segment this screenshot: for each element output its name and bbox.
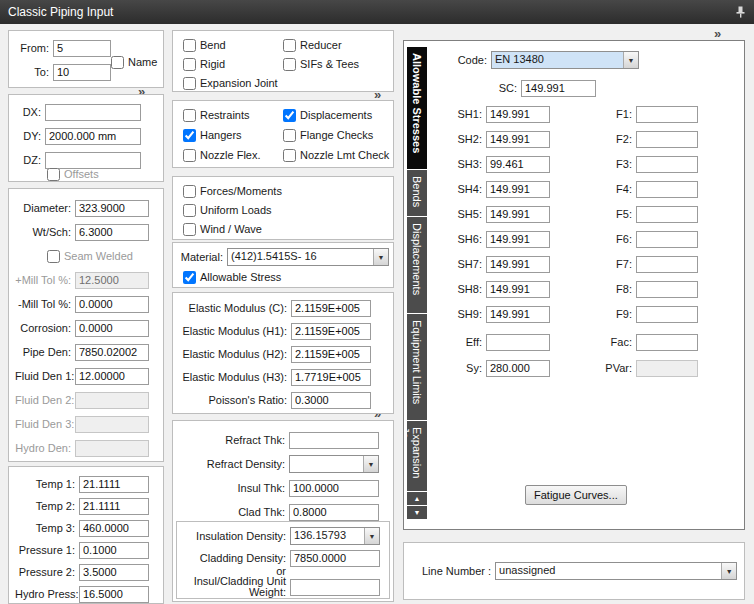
f9-input[interactable] [636, 306, 698, 323]
elastic-c-input[interactable] [291, 300, 371, 317]
restraints-checkbox[interactable]: Restraints [183, 108, 250, 122]
from-input[interactable] [53, 40, 111, 57]
nozzle-lmt-check-checkbox-input[interactable] [283, 149, 296, 162]
cladding-density-input[interactable] [290, 550, 380, 567]
seam-welded-checkbox[interactable]: Seam Welded [47, 249, 133, 263]
refract-thk-input[interactable] [289, 432, 379, 449]
tab-allowable-stresses[interactable]: Allowable Stresses [407, 47, 427, 169]
temp3-input[interactable] [79, 520, 149, 537]
pin-icon[interactable] [735, 6, 746, 18]
hydro-den-input[interactable] [75, 440, 149, 457]
line-number-combo[interactable]: unassigned ▼ [495, 562, 737, 580]
f6-input[interactable] [636, 231, 698, 248]
to-input[interactable] [53, 64, 111, 81]
expander-icon[interactable]: » [714, 29, 720, 39]
wind-wave-checkbox-input[interactable] [183, 223, 196, 236]
code-combo[interactable]: EN 13480 ▼ [491, 51, 639, 69]
hangers-checkbox[interactable]: Hangers [183, 128, 242, 142]
wtsch-input[interactable] [75, 224, 149, 241]
forces-moments-checkbox[interactable]: Forces/Moments [183, 184, 282, 198]
sh3-input[interactable] [486, 156, 550, 173]
sifs-tees-checkbox[interactable]: SIFs & Tees [283, 57, 359, 71]
fluid-den2-input[interactable] [75, 392, 149, 409]
rigid-checkbox-input[interactable] [183, 58, 196, 71]
dropdown-arrow-icon[interactable]: ▼ [364, 528, 379, 544]
temp2-input[interactable] [79, 498, 149, 515]
sh8-input[interactable] [486, 281, 550, 298]
eff-input[interactable] [486, 334, 550, 351]
nozzle-flex-checkbox[interactable]: Nozzle Flex. [183, 148, 261, 162]
sc-input[interactable] [521, 80, 596, 97]
reducer-checkbox[interactable]: Reducer [283, 38, 342, 52]
sh4-input[interactable] [486, 181, 550, 198]
nozzle-lmt-check-checkbox[interactable]: Nozzle Lmt Check [283, 148, 389, 162]
tab-displacements[interactable]: Displacements [407, 217, 427, 313]
dropdown-arrow-icon[interactable]: ▼ [363, 456, 378, 472]
hydro-press-input[interactable] [79, 586, 149, 603]
material-combo[interactable]: (412)1.5415S- 16 ▼ [227, 248, 389, 266]
name-checkbox[interactable]: Name [111, 55, 157, 69]
offsets-checkbox[interactable]: Offsets [47, 167, 99, 181]
offsets-checkbox-input[interactable] [47, 168, 60, 181]
bend-checkbox-input[interactable] [183, 39, 196, 52]
expansion-joint-checkbox-input[interactable] [183, 77, 196, 90]
elastic-h2-input[interactable] [291, 346, 371, 363]
sh5-input[interactable] [486, 206, 550, 223]
f4-input[interactable] [636, 181, 698, 198]
insulation-density-combo[interactable]: 136.15793 ▼ [290, 527, 380, 545]
fluid-den1-input[interactable] [75, 368, 149, 385]
tab-scroll-down-icon[interactable]: ▼ [407, 506, 427, 519]
dz-input[interactable] [45, 152, 141, 169]
hangers-checkbox-input[interactable] [183, 129, 196, 142]
elastic-h1-input[interactable] [291, 323, 371, 340]
tab-expansion-joints[interactable]: Expansion Jo [407, 421, 427, 491]
wind-wave-checkbox[interactable]: Wind / Wave [183, 222, 262, 236]
name-checkbox-input[interactable] [111, 56, 124, 69]
pvar-input[interactable] [636, 360, 698, 377]
pressure1-input[interactable] [79, 542, 149, 559]
insul-thk-input[interactable] [289, 480, 379, 497]
f7-input[interactable] [636, 256, 698, 273]
sh7-input[interactable] [486, 256, 550, 273]
expansion-joint-checkbox[interactable]: Expansion Joint [183, 76, 278, 90]
diameter-input[interactable] [75, 200, 149, 217]
sh2-input[interactable] [486, 131, 550, 148]
corrosion-input[interactable] [75, 320, 149, 337]
allowable-stress-checkbox-input[interactable] [183, 271, 196, 284]
elastic-h3-input[interactable] [291, 369, 371, 386]
clad-thk-input[interactable] [289, 504, 379, 521]
tab-equipment-limits[interactable]: Equipment Limits [407, 314, 427, 420]
rigid-checkbox[interactable]: Rigid [183, 57, 225, 71]
displacements-checkbox-input[interactable] [283, 109, 296, 122]
fac-input[interactable] [636, 334, 698, 351]
pressure2-input[interactable] [79, 564, 149, 581]
fatigue-curves-button[interactable]: Fatigue Curves... [525, 485, 627, 505]
poissons-ratio-input[interactable] [291, 392, 371, 409]
forces-moments-checkbox-input[interactable] [183, 185, 196, 198]
displacements-checkbox[interactable]: Displacements [283, 108, 372, 122]
sh9-input[interactable] [486, 306, 550, 323]
temp1-input[interactable] [79, 476, 149, 493]
uniform-loads-checkbox-input[interactable] [183, 204, 196, 217]
minus-mill-input[interactable] [75, 296, 149, 313]
nozzle-flex-checkbox-input[interactable] [183, 149, 196, 162]
seam-welded-checkbox-input[interactable] [47, 250, 60, 263]
dropdown-arrow-icon[interactable]: ▼ [373, 249, 388, 265]
sh1-input[interactable] [486, 106, 550, 123]
tab-scroll-up-icon[interactable]: ▲ [407, 492, 427, 505]
dropdown-arrow-icon[interactable]: ▼ [721, 563, 736, 579]
dx-input[interactable] [45, 104, 141, 121]
restraints-checkbox-input[interactable] [183, 109, 196, 122]
f2-input[interactable] [636, 131, 698, 148]
f5-input[interactable] [636, 206, 698, 223]
dropdown-arrow-icon[interactable]: ▼ [623, 52, 638, 68]
sifs-tees-checkbox-input[interactable] [283, 58, 296, 71]
flange-checks-checkbox[interactable]: Flange Checks [283, 128, 373, 142]
uniform-loads-checkbox[interactable]: Uniform Loads [183, 203, 272, 217]
fluid-den3-input[interactable] [75, 416, 149, 433]
plus-mill-input[interactable] [75, 272, 149, 289]
reducer-checkbox-input[interactable] [283, 39, 296, 52]
pipe-den-input[interactable] [75, 344, 149, 361]
flange-checks-checkbox-input[interactable] [283, 129, 296, 142]
unit-weight-input[interactable] [290, 579, 380, 596]
